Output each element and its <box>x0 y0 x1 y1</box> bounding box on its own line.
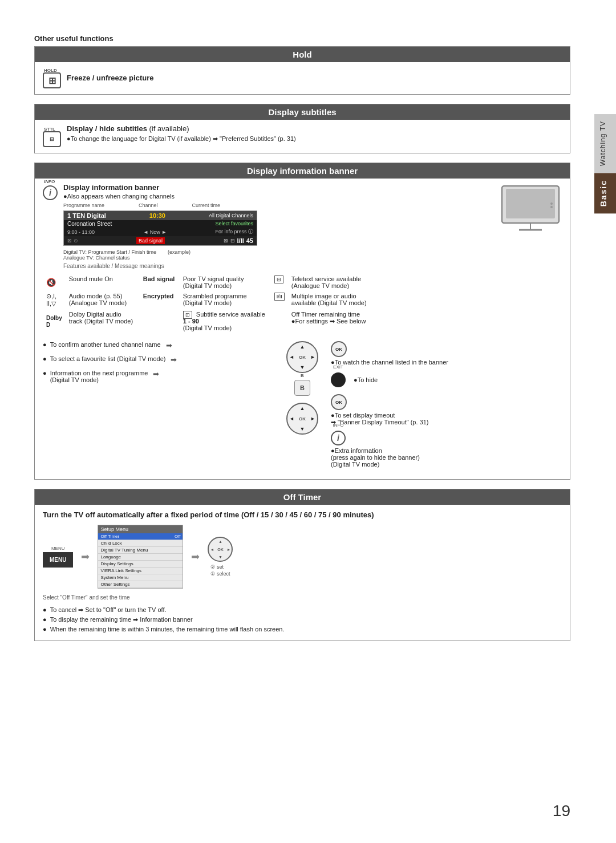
watching-tv-tab: Watching TV <box>594 114 616 173</box>
other-useful-heading: Other useful functions <box>34 34 570 43</box>
banner-labels-bottom: Digital TV: Programme Start / Finish tim… <box>63 249 493 261</box>
menu-screenshot: Setup Menu Off TimerOff Child Lock Digit… <box>98 525 183 589</box>
display-info-title: Display information banner <box>35 163 570 179</box>
set-select-labels: ② set ① select <box>210 564 230 577</box>
display-subtitles-section: Display subtitles STTL ⊟ Display / hide … <box>34 104 570 153</box>
menu-row-child-lock: Child Lock <box>98 540 183 547</box>
menu-button[interactable]: MENU <box>43 552 73 568</box>
nav-item-extra-info: i INFO ●Extra information(press again to… <box>331 431 562 468</box>
off-timer-icon <box>271 309 288 333</box>
dolby-label: Dolby Digital audiotrack (Digital TV mod… <box>66 309 140 333</box>
display-subtitles-title: Display subtitles <box>35 104 570 120</box>
ok-button-right[interactable]: OK <box>331 341 347 357</box>
ok-circle-button[interactable]: ◄ OK ► <box>208 537 233 562</box>
multi-icon: I/II <box>271 291 288 309</box>
nav-item-hide: EXIT ●To hide <box>331 372 562 387</box>
menu-row-system: System Menu <box>98 574 183 581</box>
off-timer-content: Turn the TV off automatically after a fi… <box>35 505 570 641</box>
icons-table: 🔇 Sound mute On Bad signal Poor TV signa… <box>43 274 562 333</box>
subtitles-text: Display / hide subtitles (if available) … <box>67 124 296 143</box>
hold-description: Freeze / unfreeze picture <box>67 74 153 82</box>
audio-mode-label: Audio mode (p. 55)(Analogue TV mode) <box>66 291 140 309</box>
table-row: Dolby D Dolby Digital audiotrack (Digita… <box>43 309 562 333</box>
menu-button-wrapper: MENU MENU <box>43 546 73 568</box>
table-row: ⊙,I,II,▽ Audio mode (p. 55)(Analogue TV … <box>43 291 562 309</box>
menu-row-digital-tv: Digital TV Tuning Menu <box>98 547 183 554</box>
nav-item-timeout: OK ●To set display timeout➡ "Banner Disp… <box>331 394 562 426</box>
off-timer-heading: Turn the TV off automatically after a fi… <box>43 510 562 519</box>
basic-tab: Basic <box>594 173 616 213</box>
nav-left: ● To confirm another tuned channel name … <box>43 341 279 473</box>
info-banner-row: INFO i Display information banner ●Also … <box>43 183 493 200</box>
sound-mute-icon: 🔇 <box>46 278 56 287</box>
audio-mode-icon: ⊙,I,II,▽ <box>46 293 56 307</box>
features-row: Features available / Message meanings <box>63 263 562 269</box>
menu-diagram: MENU MENU ➡ Setup Menu Off TimerOff Chil… <box>43 525 562 589</box>
hold-title: Hold <box>35 47 570 62</box>
svg-rect-1 <box>506 189 555 218</box>
off-timer-section: Off Timer Turn the TV off automatically … <box>34 489 570 641</box>
nav-item-confirm: ● To confirm another tuned channel name … <box>43 341 274 350</box>
bullet-remaining-time: ●To display the remaining time ➡ Informa… <box>43 616 562 623</box>
menu-row-viera: VIERA Link Settings <box>98 568 183 574</box>
exit-button[interactable] <box>331 372 346 387</box>
menu-row-display: Display Settings <box>98 561 183 568</box>
hold-section: Hold HOLD ⊞ Freeze / unfreeze picture <box>34 46 570 95</box>
menu-row-off-timer: Off TimerOff <box>98 533 183 540</box>
sound-mute-label: Sound mute On <box>66 274 140 291</box>
ok-diagram: ◄ OK ► ② set ① select <box>208 537 233 577</box>
subtitle-desc: ⊡ Subtitle service available 1 - 90(Digi… <box>180 309 271 333</box>
hold-content: HOLD ⊞ Freeze / unfreeze picture <box>35 62 570 94</box>
info-banner-text: Display information banner ●Also appears… <box>63 183 175 200</box>
off-timer-bullets: ●To cancel ➡ Set to "Off" or turn the TV… <box>43 606 562 633</box>
info-button-extra[interactable]: i <box>331 431 346 445</box>
subtitles-bullet: ●To change the language for Digital TV (… <box>67 135 296 143</box>
subtitle-badge <box>140 309 180 333</box>
encrypted-desc: Scrambled programme(Digital TV mode) <box>180 291 271 309</box>
svg-point-6 <box>550 206 553 208</box>
table-row: 🔇 Sound mute On Bad signal Poor TV signa… <box>43 274 562 291</box>
hold-icon: HOLD ⊞ <box>43 72 61 88</box>
ok-nav-button-2[interactable]: OK ▲ ▼ ◄ ► <box>286 403 318 435</box>
bad-signal-desc: Poor TV signal quality(Digital TV mode) <box>180 274 271 291</box>
bad-signal-badge: Bad signal <box>140 274 180 291</box>
nav-section: ● To confirm another tuned channel name … <box>43 341 562 473</box>
off-timer-title: Off Timer <box>35 489 570 505</box>
display-info-section: Display information banner INFO i Displa… <box>34 163 570 480</box>
bullet-flash: ●When the remaining time is within 3 min… <box>43 626 562 633</box>
select-label: Select "Off Timer" and set the time <box>43 594 562 601</box>
b-button[interactable]: B B <box>294 380 310 396</box>
nav-right: OK ●To watch the channel listed in the b… <box>325 341 562 473</box>
subtitles-content: STTL ⊟ Display / hide subtitles (if avai… <box>35 120 570 153</box>
menu-row-language: Language <box>98 554 183 561</box>
bullet-cancel: ●To cancel ➡ Set to "Off" or turn the TV… <box>43 606 562 614</box>
setup-menu-screenshot: Setup Menu Off TimerOff Child Lock Digit… <box>98 525 183 589</box>
tv-illustration <box>499 183 562 236</box>
teletext-desc: Teletext service available(Analogue TV m… <box>288 274 562 291</box>
banner-labels-top: Programme name Channel Current time <box>63 202 493 208</box>
nav-item-next-prog: ● Information on the next programme(Digi… <box>43 370 274 383</box>
off-timer-desc: Off Timer remaining time●For settings ➡ … <box>288 309 562 333</box>
nav-item-favourite: ● To select a favourite list (Digital TV… <box>43 355 274 364</box>
teletext-icon: ⊟ <box>271 274 288 291</box>
ok-nav-button[interactable]: OK ▲ ▼ ◄ ► <box>286 341 318 373</box>
info-icon: INFO i <box>43 185 58 200</box>
nav-item-watch-channel: OK ●To watch the channel listed in the b… <box>331 341 562 366</box>
multi-desc: Multiple image or audioavailable (Digita… <box>288 291 562 309</box>
encrypted-badge: Encrypted <box>140 291 180 309</box>
sttl-icon: STTL ⊟ <box>43 131 61 147</box>
ok-button-timeout[interactable]: OK <box>331 394 347 410</box>
info-banner-content: INFO i Display information banner ●Also … <box>35 179 570 479</box>
page-number: 19 <box>553 802 570 820</box>
menu-row-other: Other Settings <box>98 581 183 588</box>
svg-point-5 <box>550 202 553 205</box>
nav-center-buttons: OK ▲ ▼ ◄ ► B B <box>279 341 325 473</box>
dolby-icon: Dolby D <box>46 315 62 328</box>
banner-screenshot: 1 TEN Digital 10:30 All Digital Channels… <box>63 210 257 246</box>
